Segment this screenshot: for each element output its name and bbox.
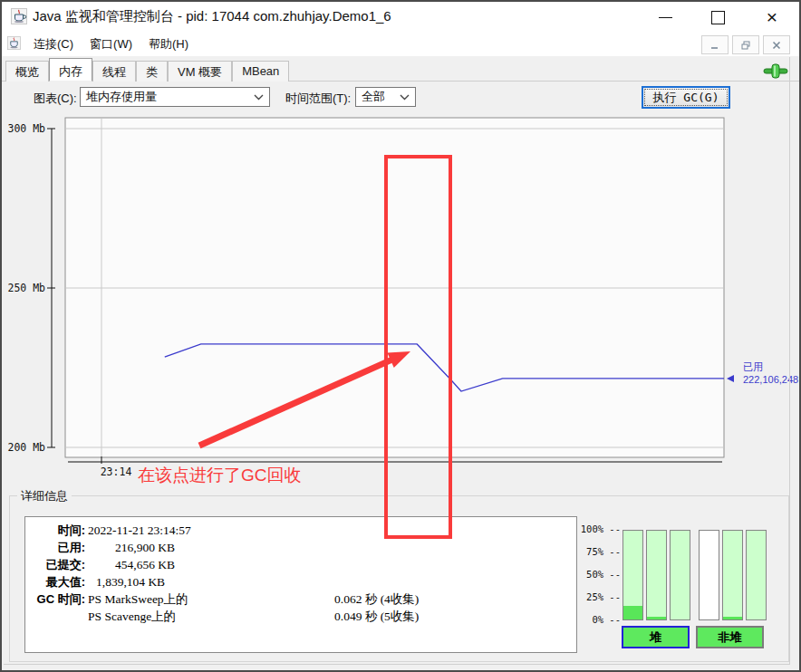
window-title: Java 监视和管理控制台 - pid: 17044 com.zhuhjay.D… xyxy=(33,8,391,25)
detail-row: GC 时间:PS MarkSweep上的0.062 秒 (4收集) xyxy=(25,590,576,608)
gauge-button-非堆[interactable]: 非堆 xyxy=(696,626,764,648)
menu-item-0[interactable]: 连接(C) xyxy=(25,36,82,53)
gauge-bar-1 xyxy=(646,530,667,620)
detail-value: 454,656 KB xyxy=(85,556,278,573)
time-range-select[interactable]: 全部 xyxy=(355,87,416,107)
series-end-marker xyxy=(727,375,734,382)
close-button[interactable]: × xyxy=(754,2,790,33)
detail-label: GC 时间: xyxy=(25,590,85,608)
detail-value: 216,900 KB xyxy=(85,539,278,556)
detail-extra: 0.062 秒 (4收集) xyxy=(278,590,576,608)
gauge-scale-label: 50% -- xyxy=(579,569,621,580)
maximize-button[interactable] xyxy=(700,2,736,33)
gauge-bar-2 xyxy=(670,530,690,620)
detail-extra xyxy=(278,556,576,573)
time-range-label: 时间范围(T): xyxy=(285,91,351,107)
gc-annotation-text: 在该点进行了GC回收 xyxy=(138,466,302,485)
gauge-scale-label: 0% -- xyxy=(579,614,621,625)
mdi-window-controls xyxy=(701,35,790,54)
time-range-value: 全部 xyxy=(362,89,385,105)
chart-select[interactable]: 堆内存使用量 xyxy=(80,87,270,107)
minimize-button[interactable] xyxy=(647,2,683,33)
detail-label xyxy=(25,608,85,625)
detail-label: 已用: xyxy=(25,539,85,556)
mdi-minimize-button[interactable] xyxy=(701,35,729,54)
gauge-bar-4 xyxy=(722,530,743,620)
menu-item-2[interactable]: 帮助(H) xyxy=(140,36,197,53)
detail-label: 最大值: xyxy=(25,573,85,590)
java-logo-icon xyxy=(7,36,21,53)
gauge-bar-3 xyxy=(699,530,719,620)
detail-label: 已提交: xyxy=(25,556,85,573)
tab-VM 概要[interactable]: VM 概要 xyxy=(168,61,232,82)
mdi-restore-button[interactable] xyxy=(732,35,759,54)
gauge-bar-fill xyxy=(623,606,642,619)
detail-extra: 0.049 秒 (5收集) xyxy=(278,608,576,625)
detail-extra xyxy=(278,573,576,590)
heap-usage-chart: 300 Mb250 Mb200 Mb23:14已用222,106,248在该点进… xyxy=(2,115,801,488)
detail-value: PS Scavenge上的 xyxy=(85,608,278,625)
y-tick-label: 300 Mb xyxy=(7,122,45,135)
chevron-down-icon xyxy=(254,94,264,101)
gauge-scale-label: 25% -- xyxy=(579,591,621,602)
tab-类[interactable]: 类 xyxy=(136,61,168,82)
perform-gc-button[interactable]: 执行 GC(G) xyxy=(642,86,730,109)
detail-value: PS MarkSweep上的 xyxy=(85,590,278,608)
gauge-scale-label: 100% -- xyxy=(579,523,621,534)
detail-row: 已用:216,900 KB xyxy=(25,539,576,556)
java-logo-icon xyxy=(11,8,27,28)
mdi-close-button[interactable] xyxy=(763,35,790,54)
gauge-bar-fill xyxy=(647,617,666,619)
y-tick-label: 250 Mb xyxy=(7,282,45,294)
gauge-button-堆[interactable]: 堆 xyxy=(622,626,690,648)
jconsole-window: Java 监视和管理控制台 - pid: 17044 com.zhuhjay.D… xyxy=(0,0,801,672)
title-bar: Java 监视和管理控制台 - pid: 17044 com.zhuhjay.D… xyxy=(2,2,799,33)
detail-row: PS Scavenge上的0.049 秒 (5收集) xyxy=(25,608,576,625)
chevron-down-icon xyxy=(400,94,410,101)
gauge-bar-fill xyxy=(723,617,742,619)
detail-label: 时间: xyxy=(25,522,85,539)
detail-row: 时间:2022-11-21 23:14:57 xyxy=(25,522,576,539)
detail-extra xyxy=(278,522,576,539)
tab-MBean[interactable]: MBean xyxy=(232,61,289,82)
detail-extra xyxy=(278,539,576,556)
y-tick-label: 200 Mb xyxy=(7,441,45,454)
details-group-title: 详细信息 xyxy=(17,488,72,504)
tab-内存[interactable]: 内存 xyxy=(49,58,92,82)
menu-bar: 连接(C)窗口(W)帮助(H) xyxy=(2,33,799,57)
details-group: 详细信息 时间:2022-11-21 23:14:57已用:216,900 KB… xyxy=(9,495,789,662)
tab-概览[interactable]: 概览 xyxy=(5,61,49,82)
tab-strip: 概览内存线程类VM 概要MBean xyxy=(2,56,799,82)
gauge-bar-5 xyxy=(746,530,767,620)
series-end-label: 已用 xyxy=(743,361,763,372)
menu-item-1[interactable]: 窗口(W) xyxy=(82,36,140,53)
gauge-bar-0 xyxy=(622,530,643,620)
chart-select-value: 堆内存使用量 xyxy=(86,89,157,105)
gauge-scale-label: 75% -- xyxy=(579,546,621,557)
tab-线程[interactable]: 线程 xyxy=(92,61,136,82)
detail-row: 最大值:1,839,104 KB xyxy=(25,573,576,590)
detail-value: 2022-11-21 23:14:57 xyxy=(85,522,278,539)
memory-gauges: 100% --75% --50% --25% --0% -- 堆非堆 xyxy=(579,521,789,661)
chart-select-label: 图表(C): xyxy=(34,91,77,107)
series-end-value: 222,106,248 xyxy=(743,374,798,385)
connection-status-icon xyxy=(763,63,788,82)
detail-value: 1,839,104 KB xyxy=(85,573,278,590)
detail-row: 已提交:454,656 KB xyxy=(25,556,576,573)
x-tick-label: 23:14 xyxy=(101,466,132,478)
chart-controls-row: 图表(C): 堆内存使用量 时间范围(T): 全部 执行 GC(G) xyxy=(2,82,799,116)
details-panel: 时间:2022-11-21 23:14:57已用:216,900 KB已提交:4… xyxy=(24,516,577,653)
